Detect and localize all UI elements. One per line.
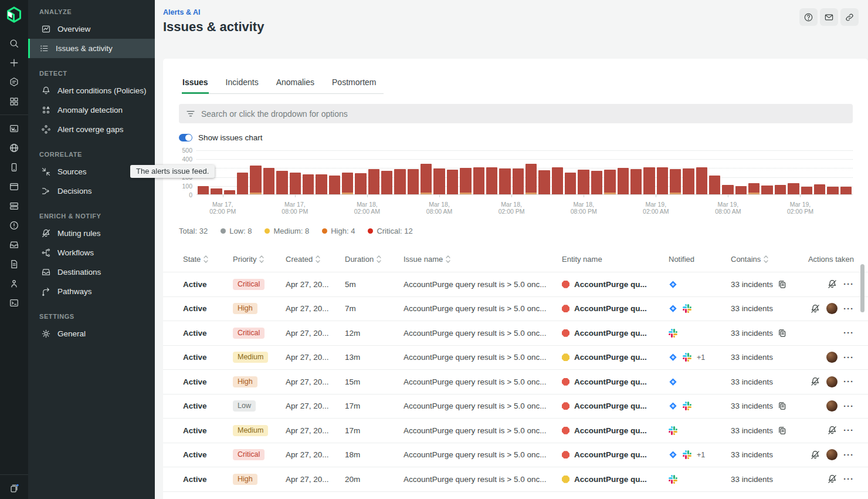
table-row-partial[interactable]	[163, 491, 868, 499]
entity-name-link[interactable]: AccountPurge qu...	[574, 280, 647, 289]
search-input[interactable]	[201, 109, 846, 119]
rail-inbox-button[interactable]	[5, 235, 23, 254]
rail-automation-button[interactable]	[5, 274, 23, 293]
header-mail-button[interactable]	[820, 8, 838, 26]
table-row[interactable]: Active Medium Apr 27, 20... 13m AccountP…	[163, 345, 868, 370]
x-tick-label: Mar 18,08:00 PM	[571, 201, 597, 215]
header-link-button[interactable]	[840, 8, 859, 26]
rail-search-button[interactable]	[5, 33, 23, 53]
header-help-button[interactable]	[799, 8, 818, 26]
table-row[interactable]: Active Critical Apr 27, 20... 18m Accoun…	[163, 443, 868, 467]
rail-globe-button[interactable]	[5, 138, 23, 157]
issue-name-link[interactable]: AccountPurge query result is > 5.0 onc..…	[404, 475, 562, 484]
table-row[interactable]: Active High Apr 27, 20... 7m AccountPurg…	[163, 296, 868, 321]
rail-logs-button[interactable]	[5, 254, 23, 274]
entity-name-link[interactable]: AccountPurge qu...	[574, 377, 647, 386]
show-issues-chart-toggle[interactable]	[179, 134, 192, 141]
rail-mid-group	[5, 119, 23, 312]
view-incidents-button[interactable]	[777, 401, 787, 411]
row-more-actions-button[interactable]: ···	[843, 305, 854, 313]
vertical-scrollbar[interactable]	[860, 264, 864, 312]
sidebar-item-alert-conditions-policies-[interactable]: Alert conditions (Policies)	[28, 81, 155, 100]
rail-plus-button[interactable]	[5, 53, 23, 72]
tab-incidents[interactable]: Incidents	[225, 77, 259, 94]
sidebar-item-overview[interactable]: Overview	[28, 19, 155, 39]
filter-search-bar[interactable]	[179, 104, 853, 123]
issue-name-link[interactable]: AccountPurge query result is > 5.0 onc..…	[404, 402, 562, 410]
row-more-actions-button[interactable]: ···	[843, 329, 854, 337]
sidebar-item-muting-rules[interactable]: Muting rules	[28, 224, 155, 243]
column-header-contains[interactable]: Contains	[731, 255, 802, 264]
tab-anomalies[interactable]: Anomalies	[276, 77, 315, 94]
sidebar-item-label: Pathways	[57, 287, 92, 296]
issue-name-link[interactable]: AccountPurge query result is > 5.0 onc..…	[404, 377, 562, 386]
rail-terminal-button[interactable]	[5, 293, 23, 312]
rail-alert-circle-button[interactable]	[5, 215, 23, 235]
x-tick	[367, 195, 368, 197]
table-row[interactable]: Active Critical Apr 27, 20... 12m Accoun…	[163, 321, 868, 345]
rail-mobile-button[interactable]	[5, 157, 23, 177]
rail-infrastructure-button[interactable]	[5, 196, 23, 215]
table-row[interactable]: Active Medium Apr 27, 20... 17m AccountP…	[163, 418, 868, 443]
table-row[interactable]: Active Low Apr 27, 20... 17m AccountPurg…	[163, 394, 868, 419]
sidebar-item-general[interactable]: General	[28, 324, 155, 343]
view-incidents-button[interactable]	[777, 279, 787, 289]
entity-name-link[interactable]: AccountPurge qu...	[574, 402, 647, 410]
view-incidents-button[interactable]	[777, 426, 787, 436]
table-row[interactable]: Active High Apr 27, 20... 15m AccountPur…	[163, 369, 868, 394]
bell-slash-icon	[827, 474, 838, 484]
rail-apps-grid-button[interactable]	[5, 92, 23, 111]
chart-bar	[421, 164, 432, 195]
row-more-actions-button[interactable]: ···	[843, 280, 854, 288]
column-header-created[interactable]: Created	[286, 255, 345, 264]
breadcrumb[interactable]: Alerts & AI	[163, 8, 264, 16]
sidebar-item-label: Alert coverge gaps	[57, 125, 124, 134]
sidebar-item-pathways[interactable]: Pathways	[28, 282, 155, 301]
tab-issues[interactable]: Issues	[182, 77, 209, 94]
row-more-actions-button[interactable]: ···	[843, 402, 854, 410]
entity-name-link[interactable]: AccountPurge qu...	[574, 353, 647, 362]
sidebar-item-anomaly-detection[interactable]: Anomaly detection	[28, 100, 155, 120]
column-header-duration[interactable]: Duration	[345, 255, 404, 264]
column-header-issue-name[interactable]: Issue name	[404, 255, 562, 264]
bell-slash-icon	[827, 279, 838, 289]
created-cell: Apr 27, 20...	[286, 475, 345, 484]
view-incidents-button[interactable]	[777, 328, 787, 338]
entity-name-link[interactable]: AccountPurge qu...	[574, 304, 647, 313]
entity-name-link[interactable]: AccountPurge qu...	[574, 475, 647, 484]
column-header-priority[interactable]: Priority	[233, 255, 286, 264]
actions-cell: ···	[802, 474, 854, 484]
row-more-actions-button[interactable]: ···	[843, 475, 854, 483]
issue-name-link[interactable]: AccountPurge query result is > 5.0 onc..…	[404, 304, 562, 313]
rail-entity-explorer-button[interactable]	[5, 72, 23, 92]
sidebar-item-decisions[interactable]: Decisions	[28, 181, 155, 201]
rail-copy-notification-button[interactable]	[5, 478, 23, 498]
row-more-actions-button[interactable]: ···	[843, 377, 854, 386]
issue-name-link[interactable]: AccountPurge query result is > 5.0 onc..…	[404, 426, 562, 435]
sidebar-item-label: Destinations	[57, 268, 101, 277]
issue-name-link[interactable]: AccountPurge query result is > 5.0 onc..…	[404, 280, 562, 289]
entity-name-link[interactable]: AccountPurge qu...	[574, 329, 647, 338]
entity-name-link[interactable]: AccountPurge qu...	[574, 426, 647, 435]
sidebar-item-workflows[interactable]: Workflows	[28, 243, 155, 262]
sidebar-item-alert-coverge-gaps[interactable]: Alert coverge gaps	[28, 120, 155, 139]
column-header-state[interactable]: State	[183, 255, 233, 264]
rail-dashboards-button[interactable]	[5, 119, 23, 138]
issue-name-link[interactable]: AccountPurge query result is > 5.0 onc..…	[404, 353, 562, 362]
chart-bar	[355, 173, 366, 194]
row-more-actions-button[interactable]: ···	[843, 353, 854, 362]
row-more-actions-button[interactable]: ···	[843, 426, 854, 434]
table-row[interactable]: Active High Apr 27, 20... 20m AccountPur…	[163, 467, 868, 491]
mobile-icon	[9, 162, 19, 173]
entity-name-link[interactable]: AccountPurge qu...	[574, 450, 647, 459]
rail-browser-button[interactable]	[5, 177, 23, 196]
issue-name-link[interactable]: AccountPurge query result is > 5.0 onc..…	[404, 450, 562, 459]
brand-logo[interactable]	[6, 6, 22, 23]
issue-name-link[interactable]: AccountPurge query result is > 5.0 onc..…	[404, 329, 562, 338]
table-row[interactable]: Active Critical Apr 27, 20... 5m Account…	[163, 272, 868, 296]
tab-postmortem[interactable]: Postmortem	[331, 77, 377, 94]
sidebar-item-issues-activity[interactable]: Issues & activity	[28, 39, 155, 58]
avatar	[826, 449, 838, 460]
sidebar-item-destinations[interactable]: Destinations	[28, 262, 155, 282]
row-more-actions-button[interactable]: ···	[843, 451, 854, 459]
